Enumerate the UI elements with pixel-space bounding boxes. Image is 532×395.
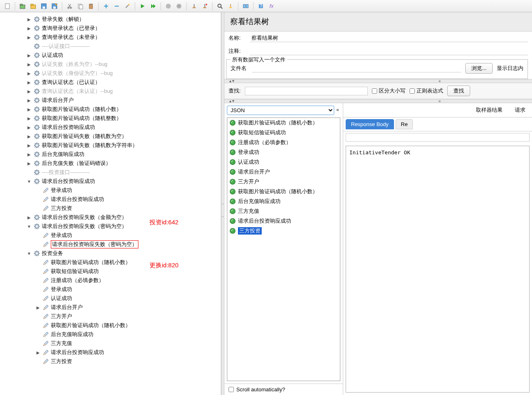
expand-chevron-icon[interactable]: ▶ (26, 160, 32, 166)
result-item[interactable]: 注册成功（必填参数） (227, 138, 340, 147)
tree-node[interactable]: ▶获取图片验证码成功（随机小数） (0, 105, 221, 114)
expand-chevron-icon[interactable]: ▶ (26, 214, 32, 220)
tree-node[interactable]: 登录成功 (0, 285, 221, 294)
tree-node[interactable]: 获取图片验证码成功（随机小数） (0, 258, 221, 267)
clear-button[interactable] (189, 1, 199, 11)
expand-chevron-icon[interactable]: ▶ (26, 79, 32, 85)
response-body-text[interactable]: InitiativeTender OK (346, 146, 530, 393)
tree-node[interactable]: 请求后台投资响应失败（密码为空） (0, 240, 221, 249)
tree-node[interactable]: ▶查询认证状态（已认证） (0, 78, 221, 87)
tree-node[interactable]: 获取图片验证码成功（随机小数） (0, 321, 221, 330)
stop-all-button[interactable] (174, 1, 184, 11)
tree-node[interactable]: ▶请求后台投资响应失败（金额为空） (0, 213, 221, 222)
minus-button[interactable] (112, 1, 122, 11)
tree-node[interactable]: 登录成功 (0, 186, 221, 195)
plus-button[interactable] (101, 1, 111, 11)
expand-chevron-icon[interactable]: ▼ (26, 251, 32, 256)
tree-node[interactable]: ▼请求后台投资响应失败（密码为空） (0, 222, 221, 231)
comment-input[interactable] (250, 47, 528, 55)
name-input[interactable] (250, 34, 528, 42)
tree-node[interactable]: ▶请求后台开户 (0, 96, 221, 105)
response-filter-input[interactable] (346, 133, 530, 142)
tree-node[interactable]: 三方开户 (0, 312, 221, 321)
result-item[interactable]: 认证成功 (227, 157, 340, 167)
tree-node[interactable]: 获取短信验证码成功 (0, 267, 221, 276)
case-sensitive-checkbox[interactable]: 区分大小写 (372, 87, 405, 95)
filename-input[interactable] (252, 64, 461, 72)
function-button[interactable]: fx (267, 1, 276, 11)
toggle-button[interactable] (241, 1, 251, 11)
open-button[interactable] (28, 1, 38, 11)
expand-chevron-icon[interactable]: ▶ (26, 61, 32, 67)
expand-chevron-icon[interactable]: ▶ (26, 25, 32, 31)
tree-node[interactable]: ▼请求后台投资响应成功 (0, 177, 221, 186)
cut-button[interactable] (65, 1, 75, 11)
result-item[interactable]: 后台充值响应成功 (227, 196, 340, 206)
open-template-button[interactable] (18, 1, 27, 11)
expand-chevron-icon[interactable]: ▶ (26, 52, 32, 58)
expand-chevron-icon[interactable]: ▼ (26, 178, 32, 184)
tree-node[interactable]: ----投资接口----------- (0, 168, 221, 177)
tree-node[interactable]: ▶认证失败（姓名为空）--bug (0, 60, 221, 69)
result-item[interactable]: 三方投资 (227, 226, 340, 236)
result-item[interactable]: 获取图片验证码成功（随机小数） (227, 187, 340, 196)
browse-button[interactable]: 浏览... (465, 63, 493, 74)
run-all-button[interactable] (148, 1, 158, 11)
save-button[interactable] (39, 1, 49, 11)
result-item[interactable]: 三方充值 (227, 206, 340, 216)
tree-node[interactable]: ▶获取图片验证码成功（随机整数） (0, 114, 221, 123)
result-item[interactable]: 请求后台开户 (227, 167, 340, 177)
search-button[interactable]: 查找 (447, 86, 470, 96)
tree-node[interactable]: ▶认证成功 (0, 51, 221, 60)
sample-results-list[interactable]: 获取图片验证码成功（随机小数）获取短信验证码成功注册成功（必填参数）登录成功认证… (227, 117, 340, 381)
tree-node[interactable]: ▶后台充值响应成功 (0, 150, 221, 159)
result-item[interactable]: 三方开户 (227, 177, 340, 187)
tree-node[interactable]: ▶查询登录状态（未登录） (0, 33, 221, 42)
render-format-select[interactable]: JSON (227, 106, 334, 115)
tab-sampler-result[interactable]: 取样器结果 (472, 105, 507, 115)
tree-node[interactable]: 三方投资 (0, 357, 221, 366)
tree-node[interactable]: 认证成功 (0, 294, 221, 303)
run-button[interactable] (138, 1, 147, 11)
tree-node[interactable]: 三方充值 (0, 339, 221, 348)
regex-checkbox[interactable]: 正则表达式 (410, 87, 443, 95)
tree-node[interactable]: ▶请求后台投资响应成功 (0, 348, 221, 357)
expand-chevron-icon[interactable]: ▶ (26, 124, 32, 130)
save-as-button[interactable] (50, 1, 59, 11)
tree-node[interactable]: 登录成功 (0, 231, 221, 240)
new-button[interactable] (2, 1, 12, 11)
tree-node[interactable]: 后台充值响应成功 (0, 330, 221, 339)
expand-chevron-icon[interactable]: ▼ (26, 223, 32, 229)
help-button[interactable]: ? (256, 1, 266, 11)
collapse-right-icon[interactable]: ◂ (334, 106, 340, 115)
clear-all-button[interactable] (200, 1, 210, 11)
wand-button[interactable] (122, 1, 132, 11)
expand-chevron-icon[interactable]: ▶ (26, 115, 32, 121)
clear-search-button[interactable] (226, 1, 235, 11)
result-item[interactable]: 获取短信验证码成功 (227, 128, 340, 138)
tree-node[interactable]: 三方投资 (0, 204, 221, 213)
search-input[interactable] (245, 87, 368, 95)
expand-chevron-icon[interactable]: ▶ (26, 106, 32, 112)
tree-node[interactable]: 注册成功（必填参数） (0, 276, 221, 285)
tree-node[interactable]: ▼投资业务 (0, 249, 221, 258)
tree-node[interactable]: 请求后台投资响应成功 (0, 195, 221, 204)
tree-node[interactable]: ▶获取图片验证码失败（随机数为空） (0, 132, 221, 141)
tree-node[interactable]: ▶查询认证状态（未认证）--bug (0, 87, 221, 96)
expand-chevron-icon[interactable]: ▶ (26, 70, 32, 76)
tree-node[interactable]: ▶登录失败（解锁） (0, 15, 221, 24)
tree-node[interactable]: ▶认证失败（身份证为空）--bug (0, 69, 221, 78)
expand-chevron-icon[interactable]: ▶ (26, 88, 32, 94)
expand-chevron-icon[interactable]: ▶ (26, 16, 32, 22)
tree-node[interactable]: ▶请求后台开户 (0, 303, 221, 312)
result-item[interactable]: 登录成功 (227, 147, 340, 157)
panel-splitter[interactable] (221, 12, 224, 395)
tab-request[interactable]: 请求 (511, 105, 530, 115)
paste-button[interactable] (86, 1, 96, 11)
search-button[interactable] (215, 1, 225, 11)
tree-node[interactable]: ▶请求后台投资响应成功 (0, 123, 221, 132)
tree-node[interactable]: ▶后台充值失败（验证码错误） (0, 159, 221, 168)
expand-chevron-icon[interactable]: ▶ (26, 97, 32, 103)
tab-response-body[interactable]: Response Body (346, 119, 394, 129)
expand-chevron-icon[interactable]: ▶ (26, 133, 32, 139)
